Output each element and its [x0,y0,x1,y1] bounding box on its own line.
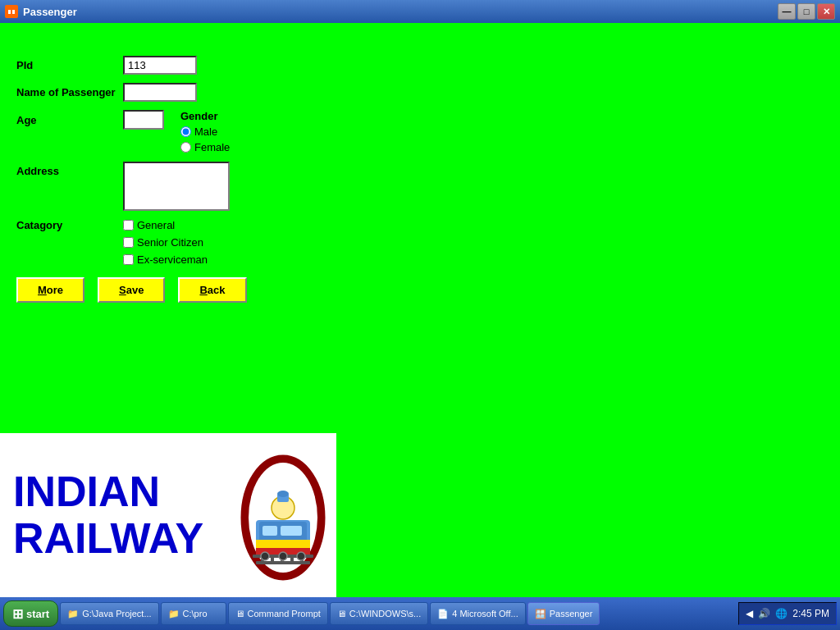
passenger-icon: 🪟 [535,609,546,619]
name-input[interactable] [123,83,197,102]
tray-arrow-icon: ◀ [746,608,753,619]
gender-female-radio[interactable] [180,142,191,153]
svg-rect-10 [290,555,294,564]
taskbar-item-java[interactable]: 📁 G:\Java Project... [60,602,158,625]
pid-label: PId [16,59,123,71]
window-icon [5,5,18,18]
window-title: Passenger [23,6,77,18]
more-button[interactable]: More [16,277,84,303]
taskbar-item-windows-label: C:\WINDOWS\s... [349,609,421,619]
save-button[interactable]: Save [98,277,165,303]
train-logo [230,441,336,589]
ex-serviceman-checkbox[interactable] [123,254,134,265]
svg-point-19 [279,552,287,560]
address-row: Address [16,162,361,211]
window-controls: — □ ✕ [778,3,835,20]
start-label: start [26,608,49,620]
svg-point-18 [261,552,269,560]
name-row: Name of Passenger [16,83,361,102]
gender-male-label: Male [194,126,217,138]
svg-point-20 [297,552,305,560]
taskbar-item-java-label: G:\Java Project... [82,609,151,619]
taskbar-item-cpro[interactable]: 📁 C:\pro [161,602,226,625]
svg-point-23 [277,491,289,497]
category-label: Catagory [16,219,123,231]
java-folder-icon: 📁 [67,609,79,619]
pid-row: PId [16,56,361,75]
svg-rect-0 [7,8,16,16]
minimize-button[interactable]: — [778,3,796,20]
senior-citizen-row: Senior Citizen [123,236,361,249]
taskbar-item-office-label: 4 Microsoft Off... [452,609,518,619]
category-general-row: Catagory General [16,219,361,231]
railway-text: INDIAN RAILWAY [0,460,230,570]
age-gender-row: Age Gender Male Female [16,110,361,153]
taskbar-item-cmd-label: Command Prompt [248,609,321,619]
tray-network-icon: 🌐 [775,608,788,619]
svg-rect-1 [8,10,11,14]
taskbar-item-passenger-label: Passenger [550,609,593,619]
general-checkbox-item: General [123,219,175,231]
gender-male-option: Male [180,126,230,138]
taskbar-item-cpro-label: C:\pro [183,609,208,619]
close-button[interactable]: ✕ [817,3,835,20]
form-container: PId Name of Passenger Age Gender Male [16,56,361,303]
svg-rect-15 [281,526,302,536]
svg-rect-8 [271,555,274,564]
start-icon: ⊞ [12,606,23,622]
ex-serviceman-row: Ex-serviceman [123,253,361,266]
taskbar-item-office[interactable]: 📄 4 Microsoft Off... [430,602,526,625]
senior-citizen-checkbox[interactable] [123,237,134,248]
svg-rect-2 [12,10,15,14]
tray-sound-icon: 🔊 [758,608,770,619]
svg-rect-16 [256,540,310,548]
address-label: Address [16,162,123,177]
back-button[interactable]: Back [178,277,246,303]
cmd-icon: 🖥 [235,609,244,619]
title-bar: Passenger — □ ✕ [0,0,840,23]
gender-female-option: Female [180,141,230,153]
name-label: Name of Passenger [16,86,123,98]
senior-citizen-label: Senior Citizen [137,236,203,249]
taskbar: ⊞ start 📁 G:\Java Project... 📁 C:\pro 🖥 … [0,597,840,630]
category-section: Catagory General Senior Citizen Ex-servi… [16,219,361,266]
age-group: Age [16,110,164,130]
ex-serviceman-label: Ex-serviceman [137,253,208,266]
gender-label: Gender [180,110,218,122]
age-input[interactable] [123,110,164,130]
pid-input[interactable] [123,56,197,75]
office-icon: 📄 [437,609,449,619]
cpro-folder-icon: 📁 [168,609,180,619]
taskbar-right: ◀ 🔊 🌐 2:45 PM [738,602,837,625]
railway-line2: RAILWAY [13,515,217,562]
gender-male-radio[interactable] [180,126,191,137]
svg-rect-14 [262,526,277,536]
system-time: 2:45 PM [792,608,829,619]
general-checkbox[interactable] [123,220,134,231]
taskbar-item-cmd[interactable]: 🖥 Command Prompt [228,602,328,625]
maximize-button[interactable]: □ [797,3,815,20]
general-label: General [137,219,175,231]
gender-female-label: Female [194,141,230,153]
button-row: More Save Back [16,277,361,303]
windows-icon: 🖥 [337,609,346,619]
window-content: PId Name of Passenger Age Gender Male [0,23,840,597]
gender-group: Gender Male Female [180,110,230,153]
taskbar-item-windows[interactable]: 🖥 C:\WINDOWS\s... [330,602,428,625]
address-input[interactable] [123,162,230,211]
age-label: Age [16,114,123,126]
railway-line1: INDIAN [13,468,217,515]
taskbar-item-passenger[interactable]: 🪟 Passenger [527,602,600,625]
system-tray: ◀ 🔊 🌐 2:45 PM [738,602,837,625]
railway-logo: INDIAN RAILWAY [0,433,336,597]
start-button[interactable]: ⊞ start [3,600,58,627]
